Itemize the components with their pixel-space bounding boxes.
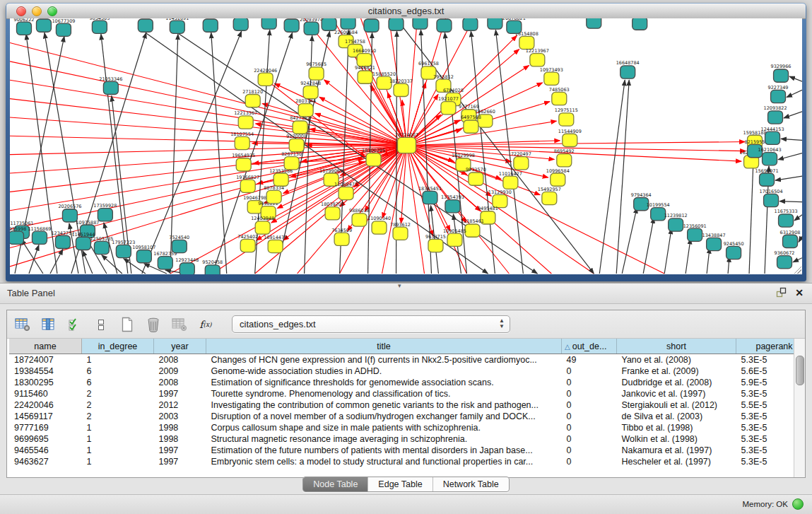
new-document-icon[interactable]: [119, 316, 136, 333]
network-node-teal[interactable]: 3915998: [10, 226, 26, 245]
network-node-teal[interactable]: 17359928: [93, 203, 117, 221]
network-node-teal[interactable]: 7524540: [169, 235, 189, 253]
network-node-teal[interactable]: 11156869: [28, 226, 51, 245]
citation-edge-black[interactable]: [707, 247, 710, 274]
citation-edge-black[interactable]: [779, 201, 802, 202]
network-node-teal[interactable]: 10677309: [52, 18, 75, 36]
citation-edge-black[interactable]: [784, 112, 802, 118]
table-row[interactable]: 946554611997Estimation of the future num…: [9, 445, 805, 456]
network-node-yellow[interactable]: 9933570: [466, 167, 486, 185]
network-node-teal[interactable]: 18345451: [418, 186, 442, 204]
citation-edge-black[interactable]: [83, 251, 93, 274]
citation-edge-black[interactable]: [664, 228, 671, 274]
network-node-yellow[interactable]: 12213967: [526, 48, 549, 66]
network-node-yellow[interactable]: 12975115: [555, 107, 578, 126]
network-node-yellow[interactable]: 12213367: [234, 110, 257, 129]
tab-node-table[interactable]: Node Table: [303, 477, 367, 491]
network-node-teal[interactable]: 9006222: [14, 18, 35, 35]
vertical-scrollbar[interactable]: [794, 339, 805, 477]
network-node-teal[interactable]: 15692971: [755, 168, 779, 186]
network-node-yellow[interactable]: 18039202: [321, 201, 344, 220]
show-column-icon[interactable]: [40, 316, 57, 333]
panel-collapse-handle[interactable]: ▾: [398, 282, 401, 289]
network-node-teal[interactable]: 9245450: [724, 241, 744, 259]
checklist-icon[interactable]: [66, 316, 83, 333]
network-node-teal[interactable]: 9360672: [775, 250, 795, 269]
network-node-teal[interactable]: 6312908: [780, 230, 801, 248]
network-node-yellow[interactable]: 10905485: [443, 228, 466, 247]
network-node-yellow[interactable]: 9886038: [349, 208, 370, 226]
table-row[interactable]: 1872400712008Changes of HCN gene express…: [9, 354, 805, 366]
network-node-teal[interactable]: 17016504: [760, 189, 783, 207]
table-row[interactable]: 1456911722003Disruption of a novel membe…: [9, 411, 805, 422]
table-row[interactable]: 1830029562008Estimation of significance …: [9, 377, 805, 388]
network-node-yellow[interactable]: 9633715: [425, 234, 446, 252]
network-node-yellow[interactable]: 22420046: [254, 67, 277, 86]
network-node-yellow[interactable]: 18107554: [230, 132, 254, 150]
network-node-teal[interactable]: 12610651: [459, 18, 482, 30]
network-node-teal[interactable]: 16648784: [616, 60, 640, 78]
network-node-yellow[interactable]: 11090340: [367, 216, 391, 234]
import-table-icon[interactable]: [171, 316, 188, 333]
network-node-yellow[interactable]: 8427552: [290, 115, 310, 134]
network-node-yellow[interactable]: 2718120: [242, 89, 263, 107]
network-node-yellow[interactable]: 15492957: [538, 187, 561, 205]
network-node-teal[interactable]: 12093822: [764, 105, 787, 124]
attribute-table[interactable]: namein_degreeyeartitle△out_de...shortpag…: [9, 339, 805, 467]
float-panel-icon[interactable]: [776, 287, 787, 298]
citation-edge-black[interactable]: [622, 208, 637, 274]
network-node-teal[interactable]: 11675333: [775, 209, 798, 227]
column-header-name[interactable]: name: [9, 339, 82, 354]
network-node-yellow[interactable]: 7425402: [237, 234, 258, 252]
network-node-yellow[interactable]: 6497568: [461, 115, 481, 133]
network-node-yellow[interactable]: 1921077: [438, 96, 459, 115]
table-mode-icon[interactable]: [14, 316, 31, 333]
network-node-yellow[interactable]: 13129930: [488, 189, 512, 208]
network-node-teal[interactable]: 11431691: [165, 18, 189, 33]
network-node-teal[interactable]: 12923448: [175, 257, 199, 274]
column-header-short[interactable]: short: [617, 339, 736, 354]
citation-edge-black[interactable]: [686, 238, 690, 274]
memory-indicator[interactable]: Memory: OK: [742, 498, 804, 510]
citation-edge-black[interactable]: [599, 80, 625, 274]
network-node-yellow[interactable]: 8267130: [281, 151, 302, 170]
citation-edge-black[interactable]: [781, 139, 802, 140]
network-node-yellow[interactable]: 18724007: [395, 132, 418, 153]
citation-edge-black[interactable]: [643, 218, 654, 274]
network-node-teal[interactable]: 8131074: [584, 18, 604, 28]
citation-edge-black[interactable]: [787, 90, 802, 97]
close-panel-icon[interactable]: ✕: [795, 288, 804, 298]
network-node-yellow[interactable]: 7634509: [331, 228, 352, 246]
citation-edge-black[interactable]: [749, 159, 753, 274]
delete-trash-icon[interactable]: [145, 316, 162, 333]
table-row[interactable]: 2242004622012Investigating the contribut…: [9, 399, 805, 411]
row-height-icon[interactable]: [93, 316, 110, 333]
table-selector-dropdown[interactable]: citations_edges.txt ▲▼: [232, 315, 510, 333]
column-header-indegree[interactable]: in_degree: [82, 339, 154, 354]
network-node-yellow[interactable]: 7220497: [511, 151, 531, 170]
tab-network-table[interactable]: Network Table: [433, 477, 509, 491]
network-node-teal[interactable]: 1527602: [338, 18, 358, 29]
network-node-teal[interactable]: 27691406: [134, 18, 157, 32]
network-canvas[interactable]: 2242004627181201221336718107554196549351…: [10, 18, 802, 274]
network-node-yellow[interactable]: 2803144: [295, 98, 316, 117]
citation-edge-red[interactable]: [10, 99, 406, 146]
network-node-teal[interactable]: 9634505: [89, 18, 110, 33]
network-node-yellow[interactable]: 7893612: [390, 222, 411, 240]
table-row[interactable]: 977716911998Corpus callosum shape and si…: [9, 422, 805, 433]
function-builder-icon[interactable]: f(x): [197, 316, 214, 333]
citation-edge-black[interactable]: [799, 236, 802, 242]
network-node-yellow[interactable]: 11016427: [499, 171, 522, 189]
network-node-teal[interactable]: 16782759: [153, 251, 177, 269]
network-node-yellow[interactable]: 9170008: [286, 134, 307, 152]
network-node-yellow[interactable]: 9675685: [306, 62, 326, 80]
network-node-teal[interactable]: 9227349: [768, 85, 789, 103]
network-node-teal[interactable]: 20093974: [300, 18, 323, 35]
network-node-yellow[interactable]: 19654935: [232, 153, 255, 171]
network-node-yellow[interactable]: 10996584: [546, 168, 570, 186]
table-row[interactable]: 969969511998Structural magnetic resonanc…: [9, 433, 805, 445]
scrollbar-thumb[interactable]: [796, 356, 804, 385]
network-node-yellow[interactable]: 12353586: [269, 168, 293, 186]
network-node-teal[interactable]: 17554300: [628, 18, 652, 30]
network-node-teal[interactable]: 9329966: [771, 64, 792, 82]
